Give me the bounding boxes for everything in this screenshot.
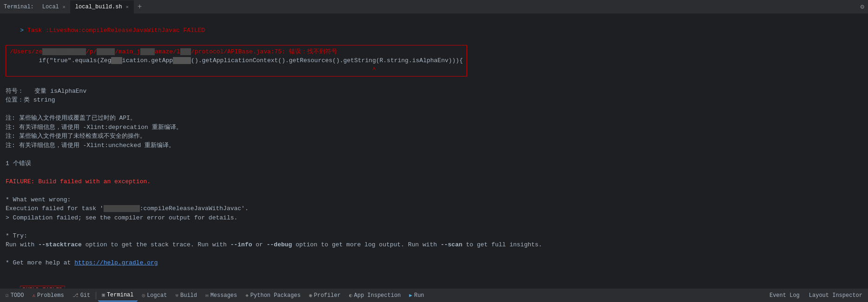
note-3: 注: 某些输入文件使用了未经检查或不安全的操作。 — [6, 132, 862, 141]
terminal-icon: ▣ — [102, 292, 105, 298]
failure-line: FAILURE: Build failed with an exception. — [6, 177, 862, 186]
toolbar-run[interactable]: ▶ Run — [406, 289, 428, 302]
task-failed-line: > Task :Liveshow:compileReleaseJavaWithJ… — [6, 17, 862, 44]
separator-1 — [96, 292, 96, 299]
terminal-label: Terminal — [107, 292, 134, 298]
messages-icon: ✉ — [205, 292, 209, 298]
toolbar-app-inspection[interactable]: ◐ App Inspection — [345, 289, 404, 302]
note-1: 注: 某些输入文件使用或覆盖了已过时的 API。 — [6, 114, 862, 123]
tab-local-label: Local — [42, 4, 59, 10]
toolbar-messages[interactable]: ✉ Messages — [202, 289, 241, 302]
task-failed-text: Task :Liveshow:compileReleaseJavaWithJav… — [27, 27, 205, 34]
event-log-section: Event Log Layout Inspector — [766, 289, 866, 302]
try-content: Run with --stacktrace option to get the … — [6, 240, 862, 250]
title-bar: Terminal: Local ✕ local_build.sh ✕ + ⚙ — [0, 0, 868, 14]
note-4: 注: 有关详细信息，请使用 -Xlint:unchecked 重新编译。 — [6, 141, 862, 150]
help-line: * Get more help at https://help.gradle.o… — [6, 258, 862, 268]
blank-2 — [6, 105, 862, 114]
build-failed-line: BUILD FAILED in 20s — [6, 276, 862, 288]
position-line: 位置：类 string — [6, 96, 862, 105]
bottom-toolbar: ☑ TODO ⚠ Problems ⎇ Git ▣ Terminal ◎ Log… — [0, 288, 868, 302]
error-caret-line: ^ — [10, 65, 463, 75]
profiler-icon: ◉ — [309, 292, 312, 298]
add-tab-button[interactable]: + — [134, 3, 146, 11]
try-label: * Try: — [6, 231, 862, 241]
blank-3 — [6, 150, 862, 159]
toolbar-python-packages[interactable]: ◈ Python Packages — [242, 289, 304, 302]
build-icon: ⚒ — [175, 292, 178, 298]
error-count: 1 个错误 — [6, 159, 862, 168]
layout-inspector-label: Layout Inspector — [809, 292, 862, 299]
blank-7 — [6, 250, 862, 259]
profiler-label: Profiler — [314, 292, 341, 299]
tab-script-label: local_build.sh — [75, 4, 122, 10]
compilation-failed: > Compilation failed; see the compiler e… — [6, 213, 862, 223]
note-2: 注: 有关详细信息，请使用 -Xlint:deprecation 重新编译。 — [6, 123, 862, 132]
terminal-label: Terminal: — [4, 4, 34, 10]
toolbar-event-log[interactable]: Event Log — [766, 289, 803, 302]
problems-label: Problems — [37, 292, 64, 299]
error-code-line: if("true".equals(Zeg___ication.getApp___… — [10, 56, 463, 65]
messages-label: Messages — [210, 292, 237, 299]
toolbar-build[interactable]: ⚒ Build — [171, 289, 201, 302]
blank-4 — [6, 168, 862, 177]
app-inspection-label: App Inspection — [354, 292, 401, 299]
toolbar-problems[interactable]: ⚠ Problems — [28, 289, 67, 302]
tab-local-close[interactable]: ✕ — [63, 4, 66, 10]
python-packages-icon: ◈ — [245, 292, 249, 298]
todo-icon: ☑ — [6, 292, 9, 298]
toolbar-profiler[interactable]: ◉ Profiler — [305, 289, 344, 302]
blank-1 — [6, 77, 862, 87]
error-box: /Users/ze____not_andr/p/_____/main_j____… — [6, 45, 467, 77]
run-icon: ▶ — [409, 292, 413, 298]
logcat-label: Logcat — [147, 292, 167, 299]
toolbar-terminal[interactable]: ▣ Terminal — [98, 289, 137, 302]
python-packages-label: Python Packages — [250, 292, 301, 299]
symbol-line: 符号： 变量 isAlphaEnv — [6, 87, 862, 96]
tab-script[interactable]: local_build.sh ✕ — [71, 0, 134, 13]
blank-5 — [6, 186, 862, 195]
settings-icon[interactable]: ⚙ — [861, 3, 864, 11]
app-inspection-icon: ◐ — [349, 292, 352, 298]
gradle-help-link[interactable]: https://help.gradle.org — [74, 259, 158, 266]
git-label: Git — [80, 292, 91, 299]
toolbar-logcat[interactable]: ◎ Logcat — [138, 289, 171, 302]
blank-8 — [6, 268, 862, 277]
toolbar-layout-inspector[interactable]: Layout Inspector — [805, 289, 866, 302]
what-went-wrong: * What went wrong: — [6, 195, 862, 205]
tab-script-close[interactable]: ✕ — [126, 4, 129, 10]
git-icon: ⎇ — [72, 292, 79, 298]
blank-6 — [6, 222, 862, 231]
todo-label: TODO — [11, 292, 24, 299]
event-log-label: Event Log — [769, 292, 800, 299]
error-path-line: /Users/ze____not_andr/p/_____/main_j____… — [10, 47, 463, 57]
toolbar-todo[interactable]: ☑ TODO — [2, 289, 27, 302]
toolbar-git[interactable]: ⎇ Git — [69, 289, 94, 302]
run-label: Run — [414, 292, 424, 299]
execution-failed-line: Execution failed for task '__________:co… — [6, 204, 862, 213]
tab-local[interactable]: Local ✕ — [38, 0, 71, 13]
logcat-icon: ◎ — [142, 292, 145, 298]
terminal-content: > Task :Liveshow:compileReleaseJavaWithJ… — [0, 14, 868, 288]
problems-icon: ⚠ — [32, 292, 35, 298]
prompt-caret: > — [20, 27, 27, 34]
build-label: Build — [180, 292, 197, 299]
